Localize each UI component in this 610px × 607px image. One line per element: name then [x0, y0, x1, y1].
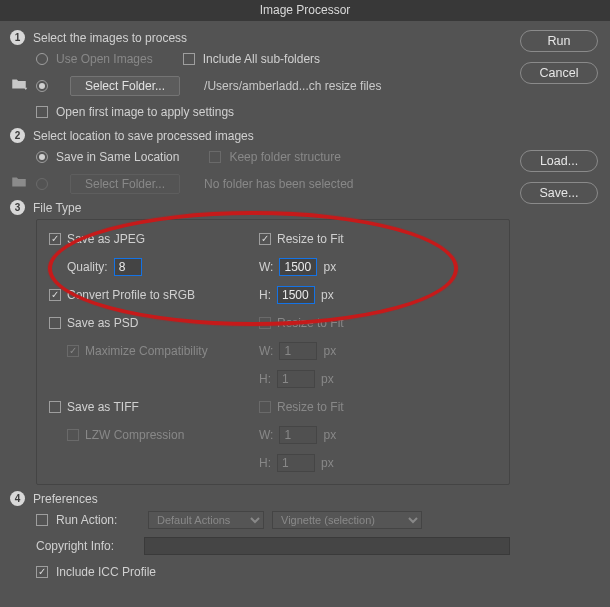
tiff-resize-label: Resize to Fit [277, 400, 344, 414]
psd-height-input [277, 370, 315, 388]
quality-label: Quality: [67, 260, 108, 274]
tiff-h-px: px [321, 456, 334, 470]
tiff-w-label: W: [259, 428, 273, 442]
keep-folder-structure-label: Keep folder structure [229, 150, 340, 164]
save-tiff-checkbox[interactable] [49, 401, 61, 413]
psd-resize-label: Resize to Fit [277, 316, 344, 330]
load-button[interactable]: Load... [520, 150, 598, 172]
include-subfolders-label: Include All sub-folders [203, 52, 320, 66]
include-subfolders-checkbox[interactable] [183, 53, 195, 65]
cancel-button[interactable]: Cancel [520, 62, 598, 84]
jpeg-resize-label: Resize to Fit [277, 232, 344, 246]
select-folder-button-2: Select Folder... [70, 174, 180, 194]
step-4-heading: Preferences [33, 492, 98, 506]
open-first-image-checkbox[interactable] [36, 106, 48, 118]
jpeg-height-input[interactable] [277, 286, 315, 304]
psd-h-px: px [321, 372, 334, 386]
jpeg-h-label: H: [259, 288, 271, 302]
select-output-folder-radio[interactable] [36, 178, 48, 190]
include-icc-checkbox[interactable]: ✓ [36, 566, 48, 578]
convert-srgb-checkbox[interactable]: ✓ [49, 289, 61, 301]
run-action-checkbox[interactable] [36, 514, 48, 526]
step-2-badge: 2 [10, 128, 25, 143]
psd-width-input [279, 342, 317, 360]
window-title: Image Processor [0, 0, 610, 21]
include-icc-label: Include ICC Profile [56, 565, 156, 579]
tiff-height-input [277, 454, 315, 472]
save-psd-label: Save as PSD [67, 316, 138, 330]
tiff-h-label: H: [259, 456, 271, 470]
select-folder-radio[interactable] [36, 80, 48, 92]
step-2-heading: Select location to save processed images [33, 129, 254, 143]
save-same-location-radio[interactable] [36, 151, 48, 163]
max-compat-label: Maximize Compatibility [85, 344, 208, 358]
psd-w-px: px [323, 344, 336, 358]
save-psd-checkbox[interactable] [49, 317, 61, 329]
folder-save-icon [10, 173, 28, 194]
action-set-select: Default Actions [148, 511, 264, 529]
step-3-heading: File Type [33, 201, 81, 215]
lzw-label: LZW Compression [85, 428, 184, 442]
quality-input[interactable] [114, 258, 142, 276]
tiff-resize-checkbox [259, 401, 271, 413]
save-same-location-label: Save in Same Location [56, 150, 179, 164]
run-action-label: Run Action: [56, 513, 140, 527]
tiff-width-input [279, 426, 317, 444]
step-1-badge: 1 [10, 30, 25, 45]
jpeg-width-input[interactable] [279, 258, 317, 276]
lzw-checkbox [67, 429, 79, 441]
tiff-w-px: px [323, 428, 336, 442]
convert-srgb-label: Convert Profile to sRGB [67, 288, 195, 302]
folder-arrow-icon[interactable] [10, 75, 28, 96]
psd-w-label: W: [259, 344, 273, 358]
save-tiff-label: Save as TIFF [67, 400, 139, 414]
step-1-heading: Select the images to process [33, 31, 187, 45]
open-first-image-label: Open first image to apply settings [56, 105, 234, 119]
run-button[interactable]: Run [520, 30, 598, 52]
no-folder-text: No folder has been selected [204, 177, 353, 191]
save-button[interactable]: Save... [520, 182, 598, 204]
max-compat-checkbox: ✓ [67, 345, 79, 357]
step-3-badge: 3 [10, 200, 25, 215]
save-jpeg-label: Save as JPEG [67, 232, 145, 246]
jpeg-w-label: W: [259, 260, 273, 274]
copyright-input[interactable] [144, 537, 510, 555]
selected-folder-path: /Users/amberladd...ch resize files [204, 79, 381, 93]
use-open-images-radio [36, 53, 48, 65]
psd-h-label: H: [259, 372, 271, 386]
select-folder-button-1[interactable]: Select Folder... [70, 76, 180, 96]
jpeg-h-px: px [321, 288, 334, 302]
keep-folder-structure-checkbox [209, 151, 221, 163]
use-open-images-label: Use Open Images [56, 52, 153, 66]
psd-resize-checkbox [259, 317, 271, 329]
jpeg-w-px: px [323, 260, 336, 274]
save-jpeg-checkbox[interactable]: ✓ [49, 233, 61, 245]
step-4-badge: 4 [10, 491, 25, 506]
copyright-label: Copyright Info: [36, 539, 136, 553]
jpeg-resize-checkbox[interactable]: ✓ [259, 233, 271, 245]
action-select: Vignette (selection) [272, 511, 422, 529]
file-type-box: ✓ Save as JPEG ✓ Resize to Fit Quality: … [36, 219, 510, 485]
